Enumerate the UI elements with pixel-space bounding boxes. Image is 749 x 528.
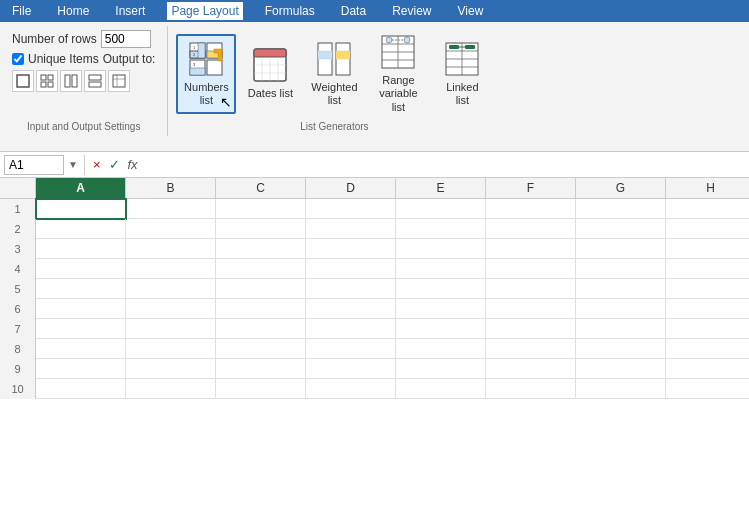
cell-h6[interactable] [666, 299, 749, 319]
cell-reference-box[interactable]: A1 [4, 155, 64, 175]
cell-f2[interactable] [486, 219, 576, 239]
cell-icon-btn[interactable] [108, 70, 130, 92]
cell-g2[interactable] [576, 219, 666, 239]
cell-b6[interactable] [126, 299, 216, 319]
cell-d3[interactable] [306, 239, 396, 259]
cell-f4[interactable] [486, 259, 576, 279]
cell-h4[interactable] [666, 259, 749, 279]
menu-view[interactable]: View [454, 2, 488, 20]
cell-g4[interactable] [576, 259, 666, 279]
cell-f9[interactable] [486, 359, 576, 379]
cell-d10[interactable] [306, 379, 396, 399]
cell-d2[interactable] [306, 219, 396, 239]
col-header-f[interactable]: F [486, 178, 576, 198]
cell-b8[interactable] [126, 339, 216, 359]
cell-e4[interactable] [396, 259, 486, 279]
cell-c7[interactable] [216, 319, 306, 339]
cell-e3[interactable] [396, 239, 486, 259]
formula-input[interactable] [144, 155, 745, 175]
col-header-b[interactable]: B [126, 178, 216, 198]
dates-list-button[interactable]: Dates list [240, 34, 300, 114]
cell-f7[interactable] [486, 319, 576, 339]
cell-g6[interactable] [576, 299, 666, 319]
cell-g8[interactable] [576, 339, 666, 359]
cell-e6[interactable] [396, 299, 486, 319]
col-header-d[interactable]: D [306, 178, 396, 198]
cell-c6[interactable] [216, 299, 306, 319]
confirm-icon[interactable]: ✓ [107, 157, 122, 172]
col-header-a[interactable]: A [36, 178, 126, 198]
menu-formulas[interactable]: Formulas [261, 2, 319, 20]
cell-g10[interactable] [576, 379, 666, 399]
cell-g7[interactable] [576, 319, 666, 339]
linked-list-button[interactable]: Linked list [432, 34, 492, 114]
cell-a9[interactable] [36, 359, 126, 379]
cell-c9[interactable] [216, 359, 306, 379]
row-icon-btn[interactable] [84, 70, 106, 92]
menu-page-layout[interactable]: Page Layout [167, 2, 242, 20]
cell-f5[interactable] [486, 279, 576, 299]
cell-g9[interactable] [576, 359, 666, 379]
cell-b5[interactable] [126, 279, 216, 299]
cell-e5[interactable] [396, 279, 486, 299]
cell-h10[interactable] [666, 379, 749, 399]
cell-e1[interactable] [396, 199, 486, 219]
cell-e10[interactable] [396, 379, 486, 399]
cell-h5[interactable] [666, 279, 749, 299]
numbers-list-button[interactable]: 1 2 3 Numbers list [176, 34, 236, 114]
cell-a4[interactable] [36, 259, 126, 279]
cell-c8[interactable] [216, 339, 306, 359]
cell-b3[interactable] [126, 239, 216, 259]
cancel-icon[interactable]: × [91, 157, 103, 172]
range-variable-list-button[interactable]: Range variable list [368, 34, 428, 114]
col-header-g[interactable]: G [576, 178, 666, 198]
cell-b1[interactable] [126, 199, 216, 219]
unique-items-checkbox[interactable] [12, 53, 24, 65]
cell-a3[interactable] [36, 239, 126, 259]
cell-e7[interactable] [396, 319, 486, 339]
formula-bar-dropdown-icon[interactable]: ▼ [68, 159, 78, 170]
col-icon-btn[interactable] [60, 70, 82, 92]
cell-g3[interactable] [576, 239, 666, 259]
cell-d9[interactable] [306, 359, 396, 379]
border-icon-btn[interactable] [12, 70, 34, 92]
cell-h3[interactable] [666, 239, 749, 259]
col-header-c[interactable]: C [216, 178, 306, 198]
menu-home[interactable]: Home [53, 2, 93, 20]
cell-e8[interactable] [396, 339, 486, 359]
cell-a6[interactable] [36, 299, 126, 319]
cell-d1[interactable] [306, 199, 396, 219]
cell-b2[interactable] [126, 219, 216, 239]
cell-h7[interactable] [666, 319, 749, 339]
cell-b4[interactable] [126, 259, 216, 279]
cell-c4[interactable] [216, 259, 306, 279]
cell-a10[interactable] [36, 379, 126, 399]
cell-c1[interactable] [216, 199, 306, 219]
cell-f8[interactable] [486, 339, 576, 359]
cell-b10[interactable] [126, 379, 216, 399]
cell-g5[interactable] [576, 279, 666, 299]
cell-a2[interactable] [36, 219, 126, 239]
cell-d4[interactable] [306, 259, 396, 279]
cell-h8[interactable] [666, 339, 749, 359]
cell-f10[interactable] [486, 379, 576, 399]
menu-data[interactable]: Data [337, 2, 370, 20]
cell-c3[interactable] [216, 239, 306, 259]
cell-a8[interactable] [36, 339, 126, 359]
cell-e2[interactable] [396, 219, 486, 239]
cell-b9[interactable] [126, 359, 216, 379]
cell-d8[interactable] [306, 339, 396, 359]
table-icon-btn[interactable] [36, 70, 58, 92]
menu-review[interactable]: Review [388, 2, 435, 20]
cell-f1[interactable] [486, 199, 576, 219]
number-of-rows-input[interactable] [101, 30, 151, 48]
cell-d7[interactable] [306, 319, 396, 339]
col-header-h[interactable]: H [666, 178, 749, 198]
cell-b7[interactable] [126, 319, 216, 339]
cell-h2[interactable] [666, 219, 749, 239]
cell-a5[interactable] [36, 279, 126, 299]
cell-g1[interactable] [576, 199, 666, 219]
cell-h9[interactable] [666, 359, 749, 379]
menu-file[interactable]: File [8, 2, 35, 20]
menu-insert[interactable]: Insert [111, 2, 149, 20]
